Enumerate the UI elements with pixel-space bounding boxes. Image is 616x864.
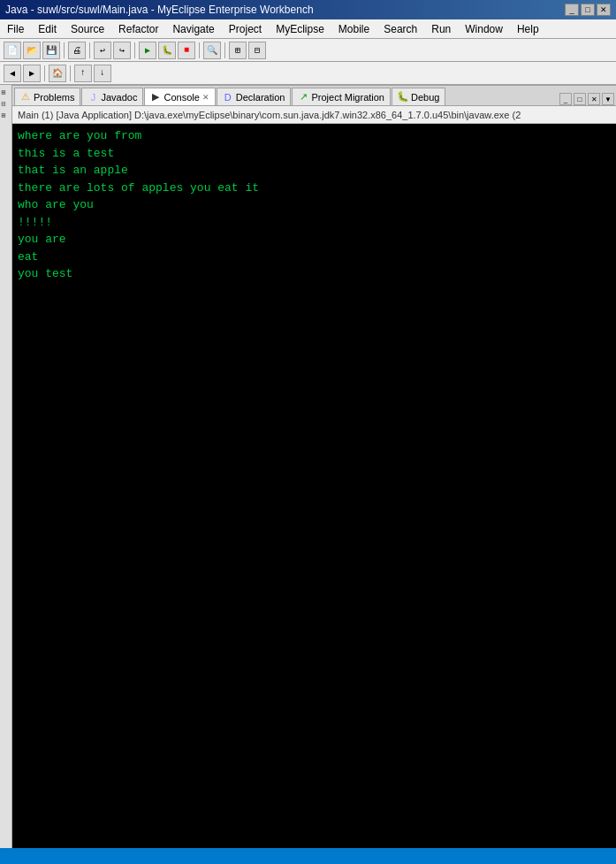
print-btn[interactable]: 🖨 (68, 42, 86, 59)
console-line-19: of=[4] (18, 455, 611, 473)
sep4 (199, 42, 200, 58)
perspective-btn[interactable]: ⊞ (229, 42, 247, 59)
sidebar-icon-3[interactable]: ⊞ (2, 111, 11, 120)
minimize-button[interactable]: _ (565, 4, 579, 16)
new-btn[interactable]: 📄 (4, 42, 21, 59)
title-bar: Java - suwl/src/suwl/Main.java - MyEclip… (0, 0, 616, 19)
console-line-4: who are you (18, 196, 611, 214)
tab-project-migration[interactable]: ↗ Project Migration (292, 88, 391, 105)
menu-item-project[interactable]: Project (222, 20, 269, 38)
tab-debug-label: Debug (411, 92, 439, 103)
panel-menu-btn[interactable]: ▼ (602, 93, 614, 105)
back-btn[interactable]: ◀ (4, 65, 21, 82)
tab-declaration[interactable]: D Declaration (217, 88, 292, 105)
console-line-15: from=[1] (18, 386, 611, 404)
open-btn[interactable]: 📂 (23, 42, 41, 59)
console-line-28: line 1:where are you from (18, 610, 611, 628)
tab-javadoc[interactable]: J Javadoc (81, 88, 143, 105)
sep6 (44, 65, 45, 81)
declaration-icon: D (223, 92, 233, 103)
console-line-1: this is a test (18, 145, 611, 163)
panel-tab-bar: ⚠ Problems J Javadoc ▶ Console ✕ D Dec (12, 85, 616, 106)
sep1 (64, 42, 65, 58)
console-line-32: line 4:there are lots of apples you eat … (18, 679, 611, 697)
path-bar-text: Main (1) [Java Application] D:\java.exe\… (18, 110, 521, 120)
debug-icon: 🐛 (398, 92, 408, 103)
maximize-button[interactable]: □ (581, 4, 595, 16)
menu-item-navigate[interactable]: Navigate (165, 20, 221, 38)
save-btn[interactable]: 💾 (42, 42, 60, 59)
console-line-0: where are you from (18, 127, 611, 145)
javadoc-icon: J (87, 92, 98, 103)
console-line-2: that is an apple (18, 162, 611, 180)
title-bar-buttons: _ □ ✕ (565, 4, 611, 16)
menu-bar: FileEditSourceRefactorNavigateProjectMyE… (0, 19, 616, 39)
menu-item-myeclipse[interactable]: MyEclipse (269, 20, 331, 38)
tab-project-migration-label: Project Migration (311, 92, 384, 103)
console-line-30: line 5:who are you (18, 645, 611, 662)
console-icon: ▶ (150, 92, 161, 103)
forward-btn[interactable]: ▶ (23, 65, 41, 82)
console-line-5: !!!!! (18, 214, 611, 232)
tab-debug[interactable]: 🐛 Debug (392, 88, 445, 105)
menu-item-run[interactable]: Run (424, 20, 458, 38)
menu-item-mobile[interactable]: Mobile (331, 20, 376, 38)
main-layout: Java - suwl/src/suwl/Main.java - MyEclip… (0, 0, 616, 864)
console-line-8: you test (18, 265, 611, 283)
console-line-25: who=[5] (18, 559, 611, 577)
sep2 (89, 42, 90, 58)
menu-item-file[interactable]: File (0, 20, 31, 38)
panel-tab-controls: _ □ ✕ ▼ (559, 93, 614, 105)
menu-item-window[interactable]: Window (458, 20, 510, 38)
sep7 (70, 65, 71, 81)
panel-close-btn[interactable]: ✕ (588, 93, 600, 105)
nav-btn1[interactable]: ↑ (74, 65, 92, 82)
sep5 (224, 42, 225, 58)
console-line-13: are=[1, 4, 5] (18, 352, 611, 370)
console-tab-close[interactable]: ✕ (202, 93, 209, 102)
menu-item-edit[interactable]: Edit (31, 20, 64, 38)
console-output[interactable]: where are you fromthis is a testthat is … (12, 124, 616, 848)
toolbar-1: 📄 📂 💾 🖨 ↩ ↪ ▶ 🐛 ■ 🔍 ⊞ ⊟ (0, 39, 616, 62)
workbench-area: ⊞ ⊟ ⊞ ⚠ Problems J Javadoc (0, 85, 616, 848)
console-line-6: you are (18, 231, 611, 248)
menu-item-help[interactable]: Help (510, 20, 546, 38)
menu-item-refactor[interactable]: Refactor (111, 20, 165, 38)
console-line-16: is=[2, 3] (18, 403, 611, 421)
debug-btn[interactable]: 🐛 (158, 42, 176, 59)
tab-console[interactable]: ▶ Console ✕ (144, 88, 215, 105)
close-button[interactable]: ✕ (597, 4, 611, 16)
panel-maximize-btn[interactable]: □ (574, 93, 586, 105)
perspective-btn2[interactable]: ⊟ (248, 42, 266, 59)
left-sidebar: ⊞ ⊟ ⊞ (0, 85, 12, 848)
console-line-17: it=[4] (18, 421, 611, 439)
console-line-33: found 0 results (18, 697, 611, 715)
title-bar-text: Java - suwl/src/suwl/Main.java - MyEclip… (5, 4, 565, 16)
console-line-14: eat=[4] (18, 369, 611, 386)
console-line-7: eat (18, 248, 611, 266)
bottom-panel: ⚠ Problems J Javadoc ▶ Console ✕ D Dec (12, 85, 616, 848)
sidebar-icon-1[interactable]: ⊞ (2, 88, 11, 97)
path-bar: Main (1) [Java Application] D:\java.exe\… (12, 106, 616, 124)
problems-icon: ⚠ (20, 92, 31, 103)
redo-btn[interactable]: ↪ (113, 42, 131, 59)
status-bar (0, 848, 616, 864)
console-line-11: apple=[3] (18, 317, 611, 335)
tab-console-label: Console (164, 92, 199, 103)
console-line-27: [1, 4, 5] (18, 593, 611, 611)
home-btn[interactable]: 🏠 (49, 65, 66, 82)
run-btn[interactable]: ▶ (139, 42, 156, 59)
menu-item-search[interactable]: Search (376, 20, 424, 38)
sidebar-icon-2[interactable]: ⊟ (2, 100, 11, 109)
panel-minimize-btn[interactable]: _ (559, 93, 572, 105)
search-btn[interactable]: 🔍 (203, 42, 221, 59)
tab-problems[interactable]: ⚠ Problems (14, 88, 80, 105)
console-line-22: there=[4] (18, 507, 611, 524)
stop-btn[interactable]: ■ (178, 42, 195, 59)
undo-btn[interactable]: ↩ (94, 42, 111, 59)
console-line-18: lots=[4] (18, 438, 611, 455)
nav-btn2[interactable]: ↓ (94, 65, 111, 82)
tab-declaration-label: Declaration (236, 92, 285, 103)
console-line-9: a=[2] (18, 283, 611, 301)
menu-item-source[interactable]: Source (64, 20, 111, 38)
